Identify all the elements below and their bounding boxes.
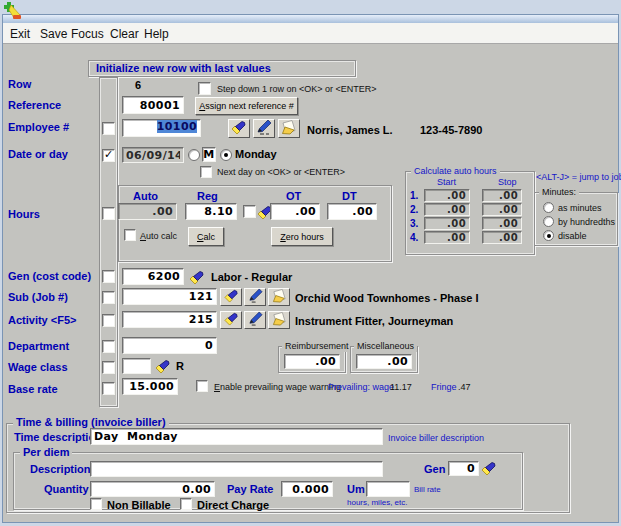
sub-edit-button[interactable] <box>244 288 266 306</box>
calc-button[interactable]: Calc <box>188 227 224 246</box>
pencil-icon <box>248 311 263 329</box>
hours-ot-input[interactable] <box>270 203 320 220</box>
time-description-label: Time description <box>14 431 102 444</box>
per-diem-gen-input[interactable] <box>448 461 479 476</box>
hours-dt-input[interactable] <box>327 203 377 220</box>
menu-focus[interactable]: Focus <box>71 27 104 41</box>
quantity-label: Quantity <box>44 483 89 496</box>
calc-row-1-stop[interactable] <box>482 189 522 202</box>
employee-notes-button[interactable] <box>278 119 300 138</box>
minutes-by-hundredths-radio[interactable] <box>543 216 554 227</box>
per-diem-description-input[interactable] <box>90 461 383 477</box>
activity-notes-button[interactable] <box>268 311 290 329</box>
pay-rate-input[interactable] <box>281 481 333 497</box>
date-mode-day-radio[interactable] <box>220 149 232 161</box>
activity-input[interactable] <box>122 311 217 328</box>
jump-to-job-hint: <ALT-J> = jump to job <box>536 172 621 183</box>
hours-checkbox[interactable] <box>102 207 115 220</box>
activity-edit-button[interactable] <box>244 311 266 329</box>
activity-description: Instrument Fitter, Journeyman <box>295 315 453 328</box>
prevailing-wage-value: 11.17 <box>390 382 412 393</box>
wage-class-flashlight-icon[interactable] <box>155 358 171 374</box>
non-billable-checkbox[interactable] <box>90 498 102 510</box>
date-input[interactable] <box>122 147 184 163</box>
sub-lookup-button[interactable] <box>220 288 242 306</box>
auto-calc-checkbox[interactable] <box>124 229 136 241</box>
reimbursement-input[interactable] <box>284 354 340 369</box>
invoice-biller-description-hint: Invoice biller description <box>388 433 484 444</box>
wage-class-checkbox[interactable] <box>102 361 115 374</box>
minutes-as-minutes-radio[interactable] <box>543 202 554 213</box>
employee-name: Norris, James L. <box>307 124 393 137</box>
menu-exit[interactable]: Exit <box>10 27 30 41</box>
employee-id: 123-45-7890 <box>420 124 482 137</box>
base-rate-input[interactable] <box>122 378 178 395</box>
per-diem-gen-flashlight-icon[interactable] <box>481 460 497 476</box>
calc-row-4-start[interactable] <box>424 231 470 244</box>
calc-row-4-stop[interactable] <box>482 231 522 244</box>
activity-lookup-button[interactable] <box>220 311 242 329</box>
um-input[interactable] <box>366 481 410 497</box>
calc-row-3-stop[interactable] <box>482 217 522 230</box>
per-diem-title: Per diem <box>20 446 72 459</box>
calc-row-2-start[interactable] <box>424 203 470 216</box>
row-label: Row <box>8 78 31 91</box>
sub-checkbox[interactable] <box>102 291 115 304</box>
employee-checkbox[interactable] <box>102 122 115 135</box>
activity-checkbox[interactable] <box>102 314 115 327</box>
date-checkbox[interactable] <box>102 149 115 162</box>
calc-row-2-stop[interactable] <box>482 203 522 216</box>
date-mode-m-radio[interactable] <box>188 149 200 161</box>
menu-clear[interactable]: Clear <box>110 27 139 41</box>
assign-next-reference-button[interactable]: Assign next reference # <box>195 97 298 115</box>
next-day-label: Next day on <OK> or <ENTER> <box>217 167 345 178</box>
zero-hours-button[interactable]: Zero hours <box>271 227 333 246</box>
reference-input[interactable] <box>122 96 184 114</box>
minutes-disable-radio[interactable] <box>543 230 554 241</box>
direct-charge-checkbox[interactable] <box>180 498 192 510</box>
base-rate-checkbox[interactable] <box>102 382 115 395</box>
menu-save[interactable]: Save <box>40 27 67 41</box>
per-diem-gen-label: Gen <box>424 463 445 476</box>
notepad-icon <box>281 119 297 138</box>
employee-edit-button[interactable] <box>253 119 275 138</box>
sub-input[interactable] <box>122 288 217 305</box>
gen-input[interactable] <box>122 268 184 285</box>
flashlight-icon <box>224 311 239 329</box>
sub-label: Sub (Job #) <box>8 291 68 304</box>
hours-auto-input[interactable] <box>118 203 177 220</box>
employee-input[interactable]: 10100 <box>122 119 201 137</box>
gen-checkbox[interactable] <box>102 270 115 283</box>
sub-description: Orchid Wood Townhomes - Phase I <box>295 292 479 305</box>
employee-lookup-button[interactable] <box>228 119 250 138</box>
next-day-checkbox[interactable] <box>200 166 212 178</box>
pencil-icon <box>256 119 272 138</box>
menu-help[interactable]: Help <box>144 27 169 41</box>
flashlight-icon <box>224 288 239 306</box>
wage-class-input[interactable] <box>122 358 151 374</box>
calc-row-2-num: 2. <box>410 203 418 216</box>
calc-row-3-start[interactable] <box>424 217 470 230</box>
gen-flashlight-icon[interactable] <box>189 269 205 285</box>
gen-description: Labor - Regular <box>211 271 292 284</box>
employee-value-selected: 10100 <box>157 120 197 133</box>
step-down-label: Step down 1 row on <OK> or <ENTER> <box>217 84 377 95</box>
step-down-checkbox[interactable] <box>198 82 211 95</box>
department-input[interactable] <box>122 337 217 354</box>
sub-notes-button[interactable] <box>268 288 290 306</box>
quantity-input[interactable] <box>90 481 215 497</box>
calc-row-1-start[interactable] <box>424 189 470 202</box>
hours-header-ot: OT <box>286 190 301 203</box>
reimbursement-title: Reimbursement <box>282 341 352 352</box>
prevailing-warning-checkbox[interactable] <box>196 380 208 392</box>
non-billable-label: Non Billable <box>107 499 171 512</box>
init-header: Initialize new row with last values <box>96 62 271 75</box>
day-name: Monday <box>235 148 277 161</box>
hours-reg-input[interactable] <box>185 203 237 220</box>
miscellaneous-input[interactable] <box>356 354 412 369</box>
hours-ot-checkbox[interactable] <box>243 205 256 218</box>
department-checkbox[interactable] <box>102 340 115 353</box>
day-letter-field[interactable]: M <box>202 147 216 162</box>
fringe-value: .47 <box>458 382 471 393</box>
time-description-input[interactable] <box>90 428 383 445</box>
